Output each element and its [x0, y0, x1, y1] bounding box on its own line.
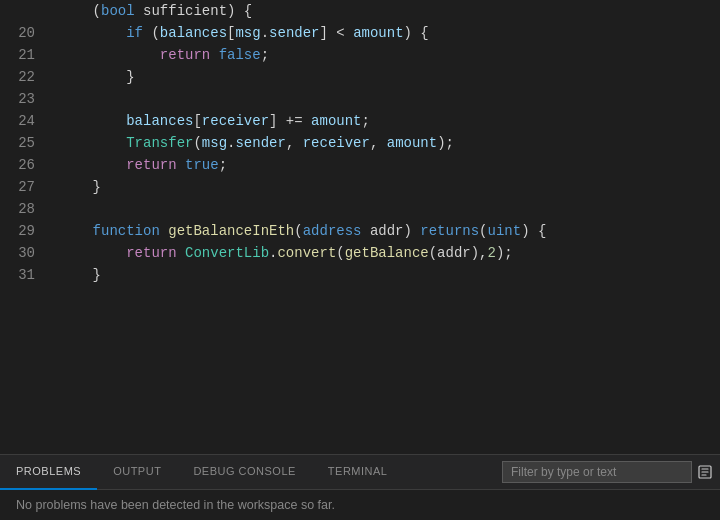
line-number: 26 — [0, 154, 55, 176]
line-code: } — [55, 176, 720, 198]
code-line: 27 } — [0, 176, 720, 198]
bottom-panel: PROBLEMSOUTPUTDEBUG CONSOLETERMINAL No p… — [0, 454, 720, 520]
line-number: 30 — [0, 242, 55, 264]
code-line: 28 — [0, 198, 720, 220]
code-line: 26 return true; — [0, 154, 720, 176]
line-code: balances[receiver] += amount; — [55, 110, 720, 132]
line-number: 24 — [0, 110, 55, 132]
tab-debug-console[interactable]: DEBUG CONSOLE — [177, 455, 311, 490]
line-number: 31 — [0, 264, 55, 286]
line-code: (bool sufficient) { — [55, 0, 720, 22]
code-line: 25 Transfer(msg.sender, receiver, amount… — [0, 132, 720, 154]
line-code: Transfer(msg.sender, receiver, amount); — [55, 132, 720, 154]
code-line: 21 return false; — [0, 44, 720, 66]
tab-problems[interactable]: PROBLEMS — [0, 455, 97, 490]
line-number: 23 — [0, 88, 55, 110]
line-number — [0, 0, 55, 22]
code-line: 22 } — [0, 66, 720, 88]
code-line: 20 if (balances[msg.sender] < amount) { — [0, 22, 720, 44]
code-editor: (bool sufficient) {20 if (balances[msg.s… — [0, 0, 720, 454]
line-number: 22 — [0, 66, 55, 88]
tab-output[interactable]: OUTPUT — [97, 455, 177, 490]
filter-badge-icon[interactable] — [694, 461, 716, 483]
code-line: 31 } — [0, 264, 720, 286]
line-code: return false; — [55, 44, 720, 66]
line-code: function getBalanceInEth(address addr) r… — [55, 220, 720, 242]
line-number: 29 — [0, 220, 55, 242]
code-line: 29 function getBalanceInEth(address addr… — [0, 220, 720, 242]
filter-area — [502, 461, 720, 483]
line-number: 28 — [0, 198, 55, 220]
line-code: } — [55, 66, 720, 88]
status-message: No problems have been detected in the wo… — [0, 490, 720, 520]
line-code — [55, 88, 720, 110]
line-code: if (balances[msg.sender] < amount) { — [55, 22, 720, 44]
line-number: 27 — [0, 176, 55, 198]
line-code — [55, 198, 720, 220]
line-number: 20 — [0, 22, 55, 44]
line-number: 25 — [0, 132, 55, 154]
line-number: 21 — [0, 44, 55, 66]
line-code: } — [55, 264, 720, 286]
line-code: return true; — [55, 154, 720, 176]
line-code: return ConvertLib.convert(getBalance(add… — [55, 242, 720, 264]
code-content: (bool sufficient) {20 if (balances[msg.s… — [0, 0, 720, 286]
code-line: (bool sufficient) { — [0, 0, 720, 22]
code-line: 30 return ConvertLib.convert(getBalance(… — [0, 242, 720, 264]
tab-terminal[interactable]: TERMINAL — [312, 455, 404, 490]
code-line: 23 — [0, 88, 720, 110]
filter-input[interactable] — [502, 461, 692, 483]
code-line: 24 balances[receiver] += amount; — [0, 110, 720, 132]
panel-tabs-bar: PROBLEMSOUTPUTDEBUG CONSOLETERMINAL — [0, 455, 720, 490]
panel-tabs: PROBLEMSOUTPUTDEBUG CONSOLETERMINAL — [0, 455, 403, 490]
